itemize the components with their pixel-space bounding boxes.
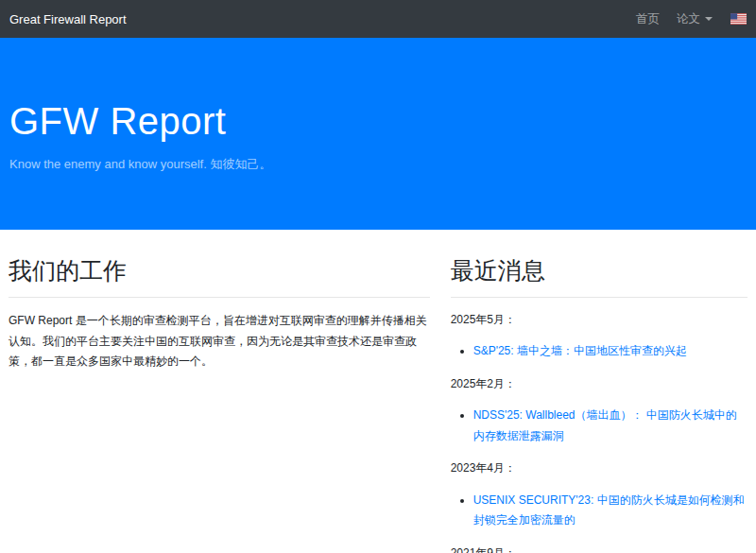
section-recent-news: 最近消息 2025年5月： S&P'25: 墙中之墙：中国地区性审查的兴起 20…	[451, 230, 747, 553]
our-work-heading: 我们的工作	[9, 256, 430, 285]
news-item: NDSS'25: Wallbleed（墙出血）： 中国防火长城中的内存数据泄露漏…	[473, 406, 747, 446]
hero-title: GFW Report	[9, 98, 747, 144]
news-date: 2023年4月：	[451, 459, 747, 477]
news-item: S&P'25: 墙中之墙：中国地区性审查的兴起	[473, 341, 747, 362]
news-link-sp25[interactable]: S&P'25: 墙中之墙：中国地区性审查的兴起	[473, 344, 687, 357]
our-work-paragraph: GFW Report 是一个长期的审查检测平台，旨在增进对互联网审查的理解并传播…	[9, 311, 430, 372]
news-date: 2021年9月：	[451, 544, 747, 553]
chevron-down-icon	[705, 17, 713, 21]
top-navbar: Great Firewall Report 首页 论文	[0, 0, 756, 38]
nav-link-papers-dropdown[interactable]: 论文	[668, 11, 721, 27]
our-work-divider	[9, 297, 430, 298]
us-flag-icon	[730, 13, 747, 25]
nav-link-home[interactable]: 首页	[627, 11, 668, 27]
news-list: NDSS'25: Wallbleed（墙出血）： 中国防火长城中的内存数据泄露漏…	[451, 406, 747, 446]
nav-link-papers-label: 论文	[677, 11, 700, 27]
news-list: USENIX SECURITY'23: 中国的防火长城是如何检测和封锁完全加密流…	[451, 491, 747, 531]
main-content: 我们的工作 GFW Report 是一个长期的审查检测平台，旨在增进对互联网审查…	[0, 230, 756, 553]
recent-news-heading: 最近消息	[451, 256, 747, 285]
news-item: USENIX SECURITY'23: 中国的防火长城是如何检测和封锁完全加密流…	[473, 491, 747, 531]
news-list: S&P'25: 墙中之墙：中国地区性审查的兴起	[451, 341, 747, 362]
recent-news-divider	[451, 297, 747, 298]
news-date: 2025年5月：	[451, 311, 747, 329]
brand-link[interactable]: Great Firewall Report	[9, 12, 127, 26]
news-date: 2025年2月：	[451, 375, 747, 393]
hero-banner: GFW Report Know the enemy and know yours…	[0, 38, 756, 230]
news-link-usenix23[interactable]: USENIX SECURITY'23: 中国的防火长城是如何检测和封锁完全加密流…	[473, 493, 745, 527]
section-our-work: 我们的工作 GFW Report 是一个长期的审查检测平台，旨在增进对互联网审查…	[9, 230, 430, 553]
navbar-links: 首页 论文	[627, 11, 747, 27]
hero-subtitle: Know the enemy and know yourself. 知彼知己。	[9, 156, 747, 173]
language-switch-link[interactable]	[730, 13, 747, 25]
news-link-ndss25[interactable]: NDSS'25: Wallbleed（墙出血）： 中国防火长城中的内存数据泄露漏…	[473, 408, 737, 442]
